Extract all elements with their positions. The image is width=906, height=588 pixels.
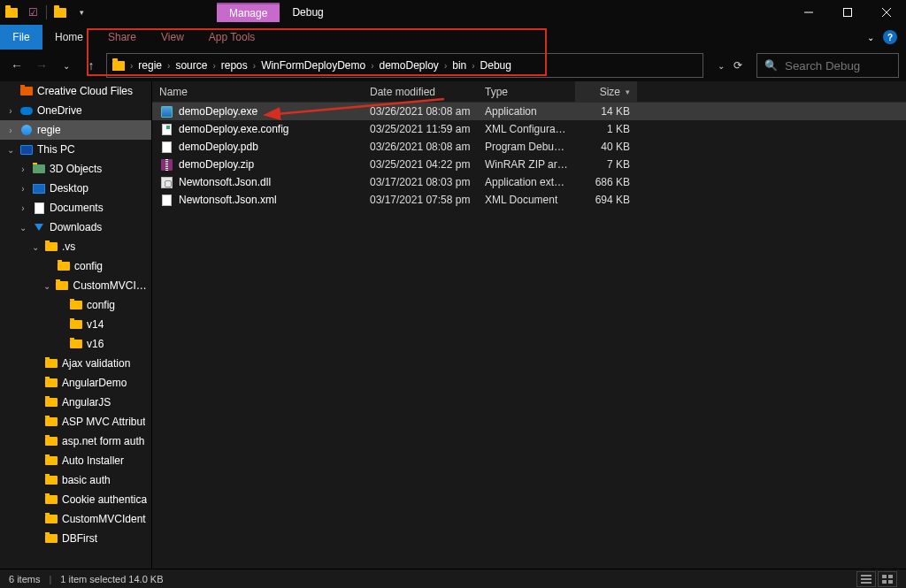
search-input[interactable] xyxy=(785,59,891,73)
chevron-right-icon[interactable]: › xyxy=(165,61,172,71)
help-icon[interactable]: ? xyxy=(883,30,897,44)
expander-icon advance[interactable]: ⌄ xyxy=(18,223,28,233)
chevron-right-icon[interactable]: › xyxy=(369,61,375,71)
file-tab[interactable]: File xyxy=(0,25,42,50)
column-size[interactable]: Size▾ xyxy=(575,81,637,102)
svg-rect-5 xyxy=(861,575,871,577)
tree-item[interactable]: ASP MVC Attribut xyxy=(0,412,151,431)
expander-icon advance[interactable]: › xyxy=(18,184,28,194)
chevron-right-icon[interactable]: › xyxy=(211,61,217,71)
breadcrumb-segment[interactable]: Debug xyxy=(477,59,515,72)
tree-item-label: config xyxy=(74,260,103,272)
file-row[interactable]: Newtonsoft.Json.xml03/17/2021 07:58 pmXM… xyxy=(152,191,906,209)
refresh-button[interactable]: ⟳ xyxy=(733,59,742,72)
tree-item[interactable]: ›regie xyxy=(0,120,151,140)
tree-item[interactable]: ⌄CustomMVCIden... xyxy=(0,276,151,295)
file-row[interactable]: demoDeploy.exe.config03/25/2021 11:59 am… xyxy=(152,120,906,138)
file-name: demoDeploy.exe xyxy=(179,105,257,118)
column-name[interactable]: Name xyxy=(152,81,363,102)
file-size: 694 KB xyxy=(575,194,637,206)
tree-item-label: regie xyxy=(37,124,61,136)
address-bar[interactable]: ›regie›source›repos›WinFormDeployDemo›de… xyxy=(106,53,703,78)
minimize-button[interactable] xyxy=(789,0,828,25)
home-tab[interactable]: Home xyxy=(42,25,96,50)
expander-icon advance[interactable]: › xyxy=(5,106,16,116)
tree-item[interactable]: AngularDemo xyxy=(0,373,151,393)
file-name: demoDeploy.exe.config xyxy=(179,123,289,135)
manage-tab[interactable]: Manage xyxy=(217,3,280,22)
expand-ribbon-icon[interactable]: ⌄ xyxy=(867,33,874,42)
chevron-right-icon[interactable]: › xyxy=(251,61,257,71)
breadcrumb-segment[interactable]: source xyxy=(172,59,211,72)
expander-icon advance[interactable]: › xyxy=(5,126,16,135)
apptools-tab[interactable]: App Tools xyxy=(196,25,267,50)
tree-item[interactable]: Auto Installer xyxy=(0,451,151,470)
file-type: Program Debug D... xyxy=(478,141,575,153)
tree-item[interactable]: ›Desktop xyxy=(0,179,151,198)
file-date: 03/25/2021 04:22 pm xyxy=(363,158,478,171)
file-row[interactable]: Newtonsoft.Json.dll03/17/2021 08:03 pmAp… xyxy=(152,173,906,191)
breadcrumb-segment[interactable]: repos xyxy=(218,59,251,72)
tree-item[interactable]: ⌄This PC xyxy=(0,140,151,159)
window-controls xyxy=(789,0,906,25)
tree-item[interactable]: CustomMVCIdent xyxy=(0,509,151,529)
tree-item-icon xyxy=(44,454,58,468)
expander-icon advance[interactable]: › xyxy=(18,203,28,213)
expander-icon advance[interactable]: › xyxy=(18,164,28,174)
tree-item[interactable]: ›Documents xyxy=(0,198,151,218)
file-row[interactable]: demoDeploy.exe03/26/2021 08:08 amApplica… xyxy=(152,103,906,120)
chevron-right-icon[interactable]: › xyxy=(442,61,449,71)
tree-item[interactable]: DBFirst xyxy=(0,529,151,548)
tree-item-icon xyxy=(44,395,58,409)
expander-icon advance[interactable]: ⌄ xyxy=(30,242,41,252)
tree-item[interactable]: basic auth xyxy=(0,470,151,490)
tree-item[interactable]: Ajax validation xyxy=(0,354,151,373)
column-date[interactable]: Date modified xyxy=(363,81,478,102)
details-view-button[interactable] xyxy=(856,571,876,587)
tree-item[interactable]: AngularJS xyxy=(0,393,151,412)
forward-button[interactable]: → xyxy=(32,56,51,75)
search-box[interactable]: 🔍 xyxy=(756,53,899,78)
tree-item[interactable]: ⌄.vs xyxy=(0,237,151,256)
breadcrumb-segment[interactable]: WinFormDeployDemo xyxy=(257,59,369,72)
expander-icon advance[interactable]: ⌄ xyxy=(5,145,16,155)
tree-item[interactable]: ›OneDrive xyxy=(0,101,151,120)
share-tab[interactable]: Share xyxy=(96,25,149,50)
recent-dropdown-icon[interactable]: ⌄ xyxy=(57,56,76,75)
tree-item-label: 3D Objects xyxy=(50,163,102,175)
tree-item[interactable]: Creative Cloud Files xyxy=(0,81,151,101)
tree-item[interactable]: v16 xyxy=(0,334,151,354)
tree-item[interactable]: config xyxy=(0,295,151,315)
file-row[interactable]: demoDeploy.zip03/25/2021 04:22 pmWinRAR … xyxy=(152,156,906,173)
navigation-pane[interactable]: Creative Cloud Files›OneDrive›regie⌄This… xyxy=(0,81,152,569)
up-button[interactable]: ↑ xyxy=(81,56,101,75)
chevron-right-icon[interactable]: › xyxy=(470,61,476,71)
qat-dropdown-icon[interactable]: ▾ xyxy=(73,4,89,20)
back-button[interactable]: ← xyxy=(7,56,27,75)
breadcrumb-segment[interactable]: demoDeploy xyxy=(376,59,442,72)
column-type[interactable]: Type xyxy=(478,81,575,102)
tree-item-label: This PC xyxy=(37,143,75,156)
address-dropdown-icon[interactable]: ⌄ xyxy=(718,61,725,71)
expander-icon advance[interactable]: ⌄ xyxy=(42,281,51,291)
file-row[interactable]: demoDeploy.pdb03/26/2021 08:08 amProgram… xyxy=(152,138,906,156)
properties-icon[interactable]: ☑ xyxy=(25,4,41,20)
tree-item-label: DBFirst xyxy=(62,532,97,545)
breadcrumb-segment[interactable]: bin xyxy=(449,59,470,72)
tree-item[interactable]: ›3D Objects xyxy=(0,159,151,179)
thumbnails-view-button[interactable] xyxy=(878,571,897,587)
maximize-button[interactable] xyxy=(828,0,867,25)
view-tab[interactable]: View xyxy=(149,25,196,50)
file-type: Application exten... xyxy=(478,176,575,188)
contextual-tab-group: Manage xyxy=(217,0,280,25)
file-size: 7 KB xyxy=(575,158,637,171)
close-button[interactable] xyxy=(867,0,906,25)
breadcrumb-segment[interactable]: regie xyxy=(134,59,165,72)
tree-item[interactable]: config xyxy=(0,256,151,276)
tree-item[interactable]: v14 xyxy=(0,315,151,334)
tree-item[interactable]: Cookie authentica xyxy=(0,490,151,509)
tree-item[interactable]: asp.net form auth xyxy=(0,431,151,451)
tree-item[interactable]: ⌄Downloads xyxy=(0,218,151,237)
chevron-right-icon[interactable]: › xyxy=(128,61,134,71)
status-item-count: 6 items xyxy=(9,574,40,584)
